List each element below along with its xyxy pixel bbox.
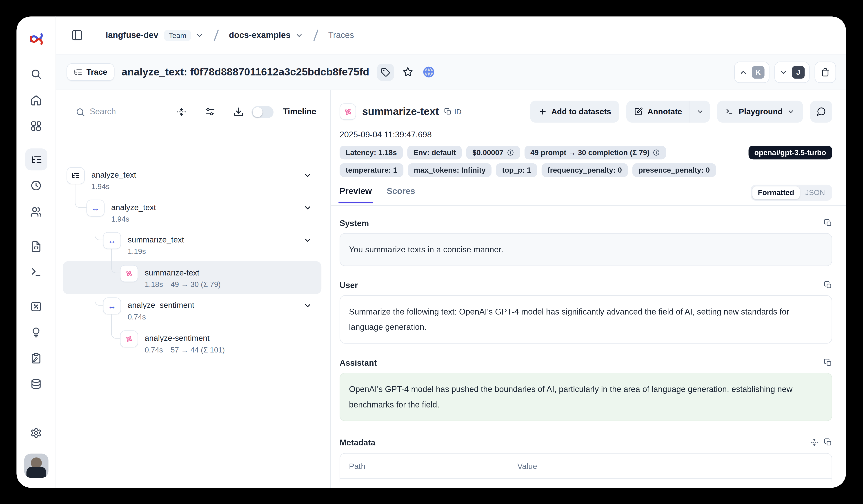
evaluation-percent-icon[interactable] bbox=[16, 301, 55, 312]
node-token-usage: 57 → 44 (Σ 101) bbox=[171, 345, 225, 355]
tree-node-span[interactable]: ↔ analyze_text 1.94s bbox=[86, 199, 156, 224]
breadcrumb-environment[interactable]: docs-examples bbox=[229, 30, 291, 40]
bookmark-star-button[interactable] bbox=[401, 65, 415, 79]
timeline-toggle[interactable] bbox=[251, 106, 274, 118]
copy-icon[interactable] bbox=[824, 281, 832, 289]
chevron-down-icon[interactable] bbox=[303, 203, 312, 212]
tag-icon bbox=[381, 67, 390, 77]
breadcrumb-project[interactable]: langfuse-dev bbox=[105, 30, 158, 40]
dashboard-icon[interactable] bbox=[16, 120, 55, 132]
observation-timestamp: 2025-09-04 11:39:47.698 bbox=[340, 130, 832, 139]
format-formatted-option[interactable]: Formatted bbox=[752, 186, 800, 199]
display-settings-icon[interactable] bbox=[205, 107, 215, 117]
annotate-dropdown-button[interactable] bbox=[690, 101, 710, 122]
trace-icon bbox=[66, 167, 85, 184]
param-badge: frequency_penalty: 0 bbox=[541, 163, 628, 177]
tree-node-generation-selected[interactable]: summarize-text 1.18s49 → 30 (Σ 79) bbox=[120, 265, 221, 289]
user-heading: User bbox=[340, 280, 358, 290]
public-globe-button[interactable] bbox=[422, 65, 436, 79]
chevron-up-icon bbox=[739, 68, 748, 76]
node-duration: 1.18s bbox=[145, 280, 163, 290]
chevron-down-icon[interactable] bbox=[196, 31, 204, 39]
collapse-all-icon[interactable] bbox=[176, 107, 187, 117]
format-json-option[interactable]: JSON bbox=[800, 186, 830, 199]
annotate-button[interactable]: Annotate bbox=[627, 101, 690, 122]
prev-trace-button[interactable]: K bbox=[734, 61, 770, 83]
plus-icon bbox=[538, 107, 547, 116]
model-badge[interactable]: openai/gpt-3.5-turbo bbox=[748, 146, 832, 159]
insights-lightbulb-icon[interactable] bbox=[16, 327, 55, 338]
star-icon bbox=[402, 66, 413, 77]
node-label: analyze_text bbox=[111, 202, 156, 213]
add-to-datasets-button[interactable]: Add to datasets bbox=[530, 101, 620, 122]
chevron-down-icon[interactable] bbox=[303, 171, 312, 180]
breadcrumb-page[interactable]: Traces bbox=[328, 30, 354, 40]
datasets-database-icon[interactable] bbox=[16, 378, 55, 390]
metadata-table: Path Value bbox=[340, 453, 832, 482]
chat-bubble-icon bbox=[816, 107, 826, 117]
annotation-clipboard-pen-icon[interactable] bbox=[16, 352, 55, 364]
tree-node-span[interactable]: ↔ summarize_text 1.19s bbox=[103, 232, 184, 257]
sessions-clock-icon[interactable] bbox=[16, 180, 55, 191]
next-trace-button[interactable]: J bbox=[774, 61, 810, 83]
assistant-heading: Assistant bbox=[340, 358, 377, 367]
copy-icon[interactable] bbox=[824, 438, 832, 447]
download-icon[interactable] bbox=[233, 107, 244, 117]
search-icon bbox=[75, 107, 85, 117]
cost-badge[interactable]: $0.00007 bbox=[466, 146, 520, 159]
token-usage-badge[interactable]: 49 prompt → 30 completion (Σ 79) bbox=[524, 146, 666, 159]
trace-type-button[interactable]: Trace bbox=[66, 63, 114, 81]
comments-button[interactable] bbox=[810, 101, 832, 122]
model-parameter-badges: temperature: 1 max_tokens: Infinity top_… bbox=[340, 163, 832, 177]
chevron-down-icon[interactable] bbox=[303, 236, 312, 245]
info-icon bbox=[653, 149, 660, 156]
copy-id-button[interactable]: ID bbox=[444, 107, 461, 116]
copy-icon[interactable] bbox=[824, 219, 832, 227]
chevron-down-icon bbox=[779, 68, 788, 76]
chevron-down-icon[interactable] bbox=[295, 31, 303, 39]
pencil-square-icon bbox=[634, 107, 643, 116]
system-message-box: You summarize texts in a concise manner. bbox=[340, 233, 832, 266]
copy-icon[interactable] bbox=[824, 359, 832, 367]
delete-trace-button[interactable] bbox=[814, 61, 836, 83]
user-avatar[interactable] bbox=[24, 453, 49, 478]
sidebar-rail bbox=[16, 16, 56, 488]
generation-icon bbox=[120, 331, 138, 348]
playground-terminal-icon[interactable] bbox=[16, 266, 55, 277]
metadata-col-path: Path bbox=[349, 462, 517, 470]
user-message-box: Summarize the following text: OpenAI's G… bbox=[340, 295, 832, 344]
tree-node-span[interactable]: ↔ analyze_sentiment 0.74s bbox=[103, 297, 194, 322]
metadata-col-value: Value bbox=[517, 462, 537, 470]
list-tree-icon bbox=[74, 67, 83, 76]
observation-detail-panel: summarize-text ID Add to datasets bbox=[331, 90, 846, 488]
search-icon[interactable] bbox=[16, 68, 55, 80]
node-label: analyze_sentiment bbox=[128, 300, 194, 311]
tab-preview[interactable]: Preview bbox=[340, 186, 372, 203]
panel-left-toggle-icon[interactable] bbox=[71, 29, 83, 41]
node-token-usage: 49 → 30 (Σ 79) bbox=[171, 280, 221, 290]
playground-button[interactable]: Playground bbox=[717, 101, 803, 122]
search-input[interactable]: Search bbox=[90, 107, 116, 116]
trash-icon bbox=[821, 67, 830, 77]
env-badge: Env: default bbox=[407, 146, 462, 159]
users-icon[interactable] bbox=[16, 206, 55, 218]
settings-gear-icon[interactable] bbox=[16, 427, 55, 439]
observation-badges: Latency: 1.18s Env: default $0.00007 49 … bbox=[340, 146, 832, 159]
trace-header: Trace analyze_text: f0f78d8887011612a3c2… bbox=[55, 54, 846, 90]
expand-vertical-icon[interactable] bbox=[810, 438, 818, 447]
node-label: analyze-sentiment bbox=[145, 333, 225, 344]
tab-scores[interactable]: Scores bbox=[387, 186, 415, 203]
span-icon: ↔ bbox=[103, 232, 121, 249]
metadata-header-row: Path Value bbox=[340, 453, 831, 479]
id-label: ID bbox=[454, 107, 461, 116]
param-badge: temperature: 1 bbox=[340, 163, 403, 177]
tag-button[interactable] bbox=[377, 64, 394, 81]
tree-node-trace[interactable]: analyze_text 1.94s bbox=[66, 167, 136, 192]
chevron-down-icon[interactable] bbox=[303, 301, 312, 310]
sidebar-item-tracing[interactable] bbox=[25, 148, 47, 170]
home-icon[interactable] bbox=[16, 94, 55, 106]
langfuse-logo-icon bbox=[28, 31, 44, 47]
trace-tree-panel: Search Timeline analyze_text 1.94s bbox=[55, 90, 330, 488]
prompts-file-code-icon[interactable] bbox=[16, 241, 55, 252]
tree-node-generation[interactable]: analyze-sentiment 0.74s57 → 44 (Σ 101) bbox=[120, 331, 225, 355]
